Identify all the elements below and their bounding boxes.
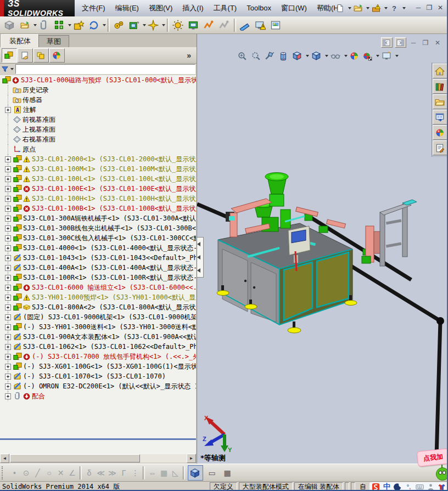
tree-row[interactable]: SJ3-CL01-100H<1>(SJ3-CL01-100H<默认_显示状态-1…	[0, 194, 196, 204]
tree-row[interactable]: SJ3-CL01-300A轭铁机械手<1>(SJ3-CL01-300A<默认_显…	[0, 213, 196, 223]
tree-row[interactable]: SJ3-CL01-1043<1>(SJ3-CL01-1043<<Default>…	[0, 253, 196, 263]
insert-component-button[interactable]	[2, 18, 18, 33]
sketch-line-button[interactable]: ╱	[32, 469, 43, 477]
qat-toolbox-warn-button[interactable]	[371, 2, 383, 14]
expand-plus-icon[interactable]	[5, 225, 11, 232]
dropdown-caret-icon[interactable]	[348, 7, 351, 9]
tree-row[interactable]: SJ3-CL01-800A<2>(SJ3-CL01-800A<默认_显示状态-1…	[0, 302, 196, 312]
tree-row[interactable]: SJ3-CL01-100R<1>(SJ3-CL01-100R<默认_显示状态-1…	[0, 273, 196, 283]
hud-zoomflash-button[interactable]	[264, 50, 276, 61]
expand-plus-icon[interactable]	[5, 245, 11, 251]
manager-tab-overflow[interactable]: »	[187, 51, 191, 60]
dropdown-caret-icon[interactable]	[384, 7, 388, 9]
taskpane-appearances-button[interactable]	[433, 125, 448, 140]
dropdown-caret-icon[interactable]	[366, 7, 369, 9]
manager-tab-propertymanager[interactable]	[18, 48, 33, 63]
sketch-corner-button[interactable]: Γ	[118, 469, 130, 477]
reference-geometry-button[interactable]	[146, 18, 161, 33]
doc-collapse-right-button[interactable]	[395, 37, 406, 48]
qat-help-q-button[interactable]: ?	[389, 2, 401, 14]
tree-row[interactable]: 上视基准面	[0, 125, 196, 134]
sketch-mirror-button[interactable]: ◺	[170, 469, 181, 477]
sketch-grid-button[interactable]: ▦	[158, 469, 170, 477]
hud-glasses-button[interactable]	[330, 50, 342, 61]
expand-plus-icon[interactable]	[5, 156, 11, 162]
hud-zoomarea-button[interactable]	[250, 50, 262, 61]
ball-button[interactable]	[349, 51, 360, 61]
tree-row[interactable]: (固定) SJ3-CL01-9000机架<1>(SJ3-CL01-9000机架<…	[0, 312, 196, 322]
tree-row[interactable]: 历史记录	[0, 85, 196, 95]
dropdown-caret-icon[interactable]	[103, 24, 106, 26]
tray-person[interactable]	[426, 482, 435, 491]
visualization-button[interactable]	[186, 18, 201, 33]
menu-item-edit[interactable]: 编辑(E)	[110, 2, 144, 14]
model-rod-elbow[interactable]	[436, 317, 444, 325]
manager-tab-featuremanager[interactable]	[2, 48, 17, 63]
tree-row[interactable]: A注解	[0, 105, 196, 115]
sketch-stretch-button[interactable]: ⇔	[147, 469, 158, 477]
tree-row[interactable]: (-) SJ3-CL01-1070<1>(SJ3-CL01-1070)	[0, 371, 196, 381]
sketch-tangent-arc-button[interactable]: δ	[83, 469, 95, 477]
scroll-thumb[interactable]	[10, 454, 140, 462]
tree-row[interactable]: 右视基准面	[0, 134, 196, 144]
expand-plus-icon[interactable]	[5, 206, 11, 212]
hud-zoomfit-button[interactable]	[237, 50, 249, 61]
viewport-single-button[interactable]: ▭	[205, 466, 219, 480]
doc-restore-button[interactable]: ❐	[421, 39, 430, 47]
menu-item-file[interactable]: 文件(F)	[77, 2, 110, 14]
tray-moon-mode[interactable]	[393, 482, 402, 491]
toolbar-drag-handle[interactable]	[2, 466, 5, 479]
filter-funnel-icon[interactable]	[1, 65, 9, 73]
tray-soft-keyboard[interactable]	[415, 482, 424, 491]
expand-plus-icon[interactable]	[5, 265, 11, 271]
tree-row[interactable]: SJ3-YH01-1000预焊<1>(SJ3-YH01-1000<默认_显示状态…	[0, 292, 196, 302]
sketch-offset-button[interactable]: ≫	[107, 469, 118, 477]
sketch-circle-button[interactable]: ⊙	[20, 469, 32, 477]
model-right-station[interactable]	[362, 200, 417, 266]
tray-skin[interactable]	[437, 482, 446, 491]
expand-plus-icon[interactable]	[5, 235, 11, 241]
tree-row[interactable]: (-) SJ3-YH01-3000送料<1>(SJ3-YH01-3000送料<默…	[0, 322, 196, 332]
tree-row[interactable]: 前视基准面	[0, 115, 196, 125]
expand-plus-icon[interactable]	[5, 176, 11, 182]
tree-row[interactable]: SJ3-CL01-900A文本装配体<1>(SJ3-CL01-900A<<默认>…	[0, 332, 196, 342]
hud-orient-button[interactable]	[292, 50, 304, 61]
mate-button[interactable]	[37, 18, 52, 33]
measure-button[interactable]	[238, 18, 253, 33]
menu-item-window[interactable]: 窗口(W)	[276, 2, 312, 14]
menu-item-tools[interactable]: 工具(T)	[209, 2, 242, 14]
dropdown-caret-icon[interactable]	[344, 55, 348, 57]
expand-plus-icon[interactable]	[5, 354, 11, 360]
taskpane-file-explorer-button[interactable]	[433, 94, 448, 109]
ghost-tool-button[interactable]	[217, 18, 232, 33]
hud-view-button[interactable]	[381, 50, 393, 61]
tree-horizontal-scrollbar[interactable]: ◄ ►	[0, 454, 196, 462]
expand-plus-icon[interactable]	[5, 304, 11, 311]
tree-row[interactable]: (-) SJ3-CL01-7000 放线包手臂机构<1>(.<<.>_外观 显	[0, 352, 196, 362]
filter-input[interactable]	[15, 64, 195, 74]
hud-section-button[interactable]	[278, 50, 290, 61]
qat-doc-new-button[interactable]	[334, 2, 346, 14]
tree-row[interactable]: SJ3-CL01-2000<1>(SJ3-CL01-2000<默认_显示状态-1…	[0, 154, 196, 164]
expand-plus-icon[interactable]	[5, 314, 11, 320]
dropdown-caret-icon[interactable]	[325, 55, 328, 57]
expand-plus-icon[interactable]	[5, 166, 11, 172]
tree-row[interactable]: 配合	[0, 391, 196, 401]
assembly-features-button[interactable]	[127, 18, 142, 33]
sketch-polygon-button[interactable]: ○	[43, 469, 55, 477]
tray-punctuation[interactable]: °,	[404, 482, 413, 491]
sketch-dimension-button[interactable]: ⋮	[130, 469, 141, 477]
expand-plus-icon[interactable]	[5, 275, 11, 281]
tree-row[interactable]: SJ3-CL01-300B线包夹出机械手<1>(SJ3-CL01-300B<默认…	[0, 223, 196, 233]
model-panel-window-2[interactable]	[317, 252, 349, 307]
hud-scene-button[interactable]	[362, 50, 374, 61]
sketch-angle-button[interactable]: ∠	[66, 469, 78, 477]
dropdown-caret-icon[interactable]	[306, 55, 309, 57]
graphics-area[interactable]: ─❐✕	[197, 34, 448, 464]
tree-row[interactable]: SJ3-CL01-400A<1>(SJ3-CL01-400A<默认_显示状态-1…	[0, 263, 196, 273]
tray-sogou-ime[interactable]	[371, 482, 380, 491]
doc-collapse-left-button[interactable]	[381, 37, 393, 48]
shaded-view-button[interactable]	[188, 465, 203, 481]
sketch-chamfer-button[interactable]: ≪	[95, 469, 107, 477]
expand-plus-icon[interactable]	[5, 364, 11, 370]
